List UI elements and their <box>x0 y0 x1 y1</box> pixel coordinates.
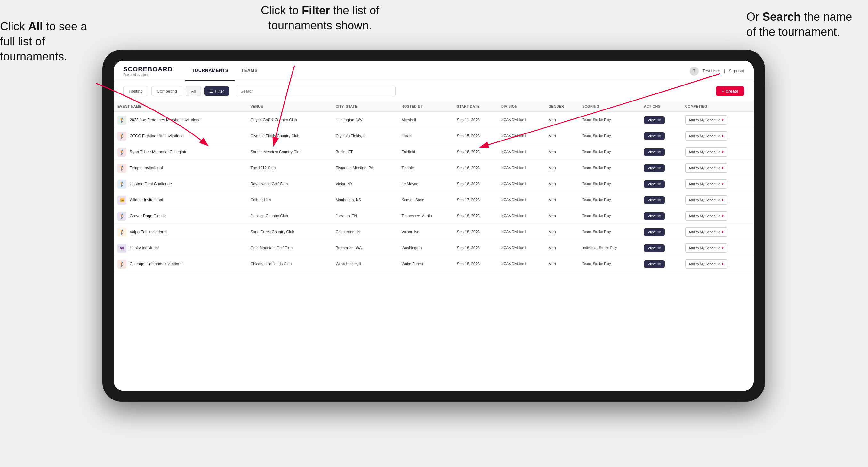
view-button-5[interactable]: View 👁 <box>644 196 665 204</box>
plus-icon-4: + <box>721 182 724 186</box>
cell-scoring-9: Team, Stroke Play <box>578 256 640 272</box>
header-right: T Test User | Sign out <box>690 67 744 75</box>
cell-scoring-2: Team, Stroke Play <box>578 144 640 160</box>
view-button-7[interactable]: View 👁 <box>644 228 665 236</box>
filter-icon: ☰ <box>209 89 213 93</box>
view-button-4[interactable]: View 👁 <box>644 180 665 188</box>
add-schedule-button-2[interactable]: Add to My Schedule + <box>685 147 727 157</box>
app-logo-title: SCOREBOARD <box>123 66 173 73</box>
cell-event-1: 🏌 OFCC Fighting Illini Invitational <box>114 128 247 144</box>
plus-icon-1: + <box>721 133 724 138</box>
cell-date-2: Sep 16, 2023 <box>453 144 497 160</box>
cell-gender-1: Men <box>545 128 578 144</box>
user-avatar: T <box>690 67 699 75</box>
create-button[interactable]: + Create <box>716 86 744 96</box>
cell-competing-1: Add to My Schedule + <box>681 128 754 144</box>
cell-venue-5: Colbert Hills <box>247 192 332 208</box>
cell-competing-2: Add to My Schedule + <box>681 144 754 160</box>
add-schedule-button-4[interactable]: Add to My Schedule + <box>685 179 727 189</box>
cell-city-8: Bremerton, WA <box>332 240 398 256</box>
cell-hosted-9: Wake Forest <box>398 256 453 272</box>
plus-icon-7: + <box>721 229 724 234</box>
cell-gender-7: Men <box>545 224 578 240</box>
add-schedule-button-7[interactable]: Add to My Schedule + <box>685 227 727 237</box>
cell-actions-2: View 👁 <box>640 144 681 160</box>
view-button-2[interactable]: View 👁 <box>644 148 665 156</box>
cell-gender-6: Men <box>545 208 578 224</box>
cell-event-7: 🏌 Valpo Fall Invitational <box>114 224 247 240</box>
add-schedule-button-3[interactable]: Add to My Schedule + <box>685 163 727 173</box>
cell-date-5: Sep 17, 2023 <box>453 192 497 208</box>
table-row: W Husky Individual Gold Mountain Golf Cl… <box>114 240 754 256</box>
cell-venue-2: Shuttle Meadow Country Club <box>247 144 332 160</box>
cell-actions-7: View 👁 <box>640 224 681 240</box>
tab-competing[interactable]: Competing <box>151 86 182 96</box>
cell-event-0: 🏌 2023 Joe Feaganes Marshall Invitationa… <box>114 112 247 128</box>
event-name-4: Upstate Dual Challenge <box>130 182 172 186</box>
cell-hosted-1: Illinois <box>398 128 453 144</box>
tournaments-table-container: EVENT NAME VENUE CITY, STATE HOSTED BY S… <box>114 101 754 391</box>
cell-actions-6: View 👁 <box>640 208 681 224</box>
cell-date-4: Sep 16, 2023 <box>453 176 497 192</box>
annotation-top-center: Click to Filter the list oftournaments s… <box>224 3 416 33</box>
plus-icon-3: + <box>721 165 724 170</box>
eye-icon-6: 👁 <box>657 214 661 218</box>
team-logo-1: 🏌 <box>118 131 126 141</box>
cell-division-4: NCAA Division I <box>497 176 545 192</box>
cell-hosted-0: Marshall <box>398 112 453 128</box>
tab-hosting[interactable]: Hosting <box>123 86 148 96</box>
cell-actions-8: View 👁 <box>640 240 681 256</box>
toolbar: Hosting Competing All ☰ Filter + Create <box>114 81 754 101</box>
nav-tab-tournaments[interactable]: TOURNAMENTS <box>185 61 235 81</box>
cell-competing-3: Add to My Schedule + <box>681 160 754 176</box>
cell-venue-6: Jackson Country Club <box>247 208 332 224</box>
add-schedule-button-1[interactable]: Add to My Schedule + <box>685 131 727 141</box>
add-schedule-button-8[interactable]: Add to My Schedule + <box>685 243 727 253</box>
cell-event-6: 🏌 Grover Page Classic <box>114 208 247 224</box>
table-row: 🏌 OFCC Fighting Illini Invitational Olym… <box>114 128 754 144</box>
view-button-3[interactable]: View 👁 <box>644 164 665 172</box>
plus-icon-5: + <box>721 197 724 202</box>
cell-city-7: Chesterton, IN <box>332 224 398 240</box>
cell-gender-0: Men <box>545 112 578 128</box>
cell-division-2: NCAA Division I <box>497 144 545 160</box>
cell-hosted-4: Le Moyne <box>398 176 453 192</box>
add-schedule-button-6[interactable]: Add to My Schedule + <box>685 211 727 221</box>
team-logo-4: 🏌 <box>118 180 126 189</box>
cell-actions-3: View 👁 <box>640 160 681 176</box>
view-button-1[interactable]: View 👁 <box>644 132 665 140</box>
view-button-6[interactable]: View 👁 <box>644 212 665 220</box>
cell-competing-4: Add to My Schedule + <box>681 176 754 192</box>
add-schedule-button-0[interactable]: Add to My Schedule + <box>685 115 727 125</box>
cell-scoring-6: Team, Stroke Play <box>578 208 640 224</box>
tab-all[interactable]: All <box>186 86 201 96</box>
add-schedule-button-5[interactable]: Add to My Schedule + <box>685 195 727 205</box>
search-input[interactable] <box>236 86 396 96</box>
filter-button[interactable]: ☰ Filter <box>204 86 229 96</box>
table-row: 🏌 2023 Joe Feaganes Marshall Invitationa… <box>114 112 754 128</box>
eye-icon-0: 👁 <box>657 118 661 122</box>
cell-venue-0: Guyan Golf & Country Club <box>247 112 332 128</box>
cell-division-5: NCAA Division I <box>497 192 545 208</box>
view-button-0[interactable]: View 👁 <box>644 116 665 124</box>
cell-event-5: 🐱 Wildcat Invitational <box>114 192 247 208</box>
cell-city-3: Plymouth Meeting, PA <box>332 160 398 176</box>
cell-event-3: 🏌 Temple Invitational <box>114 160 247 176</box>
view-button-9[interactable]: View 👁 <box>644 260 665 268</box>
tablet-device: SCOREBOARD Powered by clippd TOURNAMENTS… <box>102 50 765 402</box>
cell-city-6: Jackson, TN <box>332 208 398 224</box>
cell-hosted-5: Kansas State <box>398 192 453 208</box>
add-schedule-button-9[interactable]: Add to My Schedule + <box>685 259 727 269</box>
cell-actions-4: View 👁 <box>640 176 681 192</box>
view-button-8[interactable]: View 👁 <box>644 244 665 252</box>
cell-scoring-1: Team, Stroke Play <box>578 128 640 144</box>
sign-out-link[interactable]: Sign out <box>729 68 744 73</box>
eye-icon-1: 👁 <box>657 134 661 138</box>
col-hosted-by: HOSTED BY <box>398 101 453 112</box>
cell-competing-9: Add to My Schedule + <box>681 256 754 272</box>
team-logo-0: 🏌 <box>118 116 126 125</box>
cell-division-1: NCAA Division I <box>497 128 545 144</box>
cell-event-2: 🏌 Ryan T. Lee Memorial Collegiate <box>114 144 247 160</box>
col-scoring: SCORING <box>578 101 640 112</box>
nav-tab-teams[interactable]: TEAMS <box>235 61 265 81</box>
